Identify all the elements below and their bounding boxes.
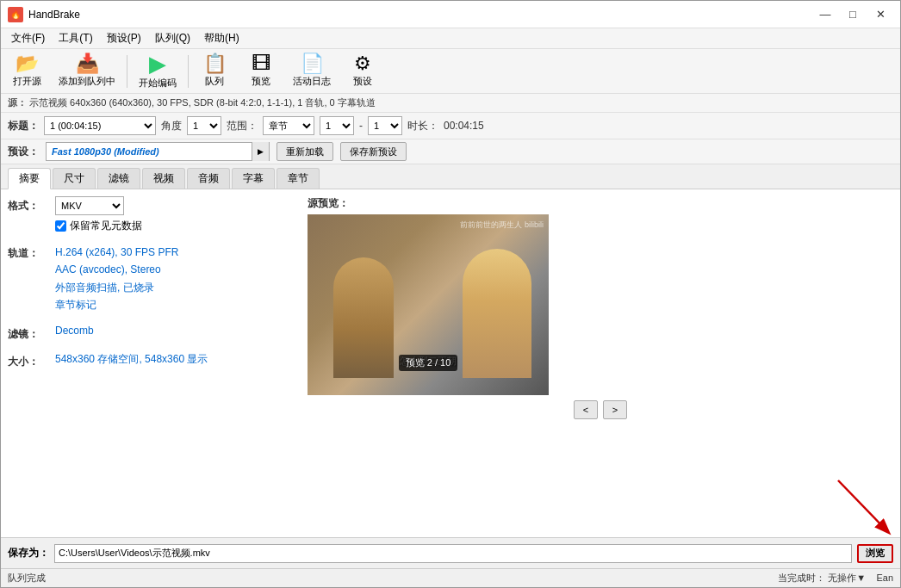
right-panel: 源预览： 预览 2 / 10 < > — [308, 196, 893, 530]
preview-prev-button[interactable]: < — [574, 400, 598, 419]
angle-select[interactable]: 1 — [187, 116, 221, 135]
status-left: 队列完成 — [8, 572, 46, 585]
activity-icon: 📄 — [301, 54, 324, 73]
toolbar-divider-1 — [127, 55, 127, 88]
preview-image: 预览 2 / 10 — [308, 214, 549, 395]
maximize-button[interactable]: □ — [840, 3, 866, 27]
tab-content-summary: 格式： MKV 保留常见元数据 — [1, 189, 900, 537]
preset-settings-button[interactable]: ⚙ 预设 — [340, 52, 385, 91]
track-1: H.264 (x264), 30 FPS PFR — [55, 244, 301, 261]
output-path-input[interactable] — [54, 544, 852, 563]
filters-value: Decomb — [55, 325, 94, 337]
duration-value: 00:04:15 — [444, 120, 484, 132]
menu-file[interactable]: 文件(F) — [4, 29, 52, 48]
format-label: 格式： — [8, 196, 55, 233]
save-preset-button[interactable]: 保存新预设 — [340, 142, 407, 161]
size-row: 大小： 548x360 存储空间, 548x360 显示 — [8, 352, 301, 369]
toolbar: 📂 打开源 📥 添加到队列中 ▶ 开始编码 📋 队列 🎞 预览 📄 活动日志 ⚙… — [1, 49, 900, 94]
window-title: HandBrake — [28, 9, 812, 21]
toolbar-divider-2 — [188, 55, 189, 88]
track-4: 章节标记 — [55, 296, 301, 313]
window-controls: — □ ✕ — [812, 3, 893, 27]
preview-label: 源预览： — [308, 196, 893, 211]
source-value: 示范视频 640x360 (640x360), 30 FPS, SDR (8-b… — [29, 97, 376, 108]
reload-preset-button[interactable]: 重新加载 — [277, 142, 333, 161]
activity-log-button[interactable]: 📄 活动日志 — [285, 52, 339, 91]
menu-presets[interactable]: 预设(P) — [100, 29, 148, 48]
tab-filters[interactable]: 滤镜 — [97, 168, 140, 189]
menu-tools[interactable]: 工具(T) — [52, 29, 99, 48]
preset-dropdown-arrow[interactable]: ▶ — [252, 142, 269, 161]
queue-icon: 📋 — [203, 54, 227, 73]
status-right: 当完成时： 无操作▼ Ean — [778, 572, 893, 585]
size-value: 548x360 存储空间, 548x360 显示 — [55, 353, 208, 365]
ean-label: Ean — [876, 573, 893, 583]
start-icon: ▶ — [149, 53, 166, 75]
close-button[interactable]: ✕ — [867, 3, 893, 27]
tab-audio[interactable]: 音频 — [187, 168, 230, 189]
save-label: 保存为： — [8, 546, 49, 560]
preview-next-button[interactable]: > — [603, 400, 627, 419]
menu-queue[interactable]: 队列(Q) — [148, 29, 197, 48]
tabs-row: 摘要 尺寸 滤镜 视频 音频 字幕 章节 — [1, 164, 900, 189]
preview-button[interactable]: 🎞 预览 — [239, 52, 283, 91]
queue-button[interactable]: 📋 队列 — [192, 52, 237, 91]
browse-button[interactable]: 浏览 — [857, 544, 893, 563]
menu-bar: 文件(F) 工具(T) 预设(P) 队列(Q) 帮助(H) — [1, 28, 900, 49]
track-3: 外部音频扫描, 已烧录 — [55, 279, 301, 296]
title-bar: 🔥 HandBrake — □ ✕ — [1, 1, 900, 28]
preview-counter-overlay: 预览 2 / 10 — [308, 355, 549, 371]
status-bar: 队列完成 当完成时： 无操作▼ Ean — [1, 568, 900, 587]
start-encode-button[interactable]: ▶ 开始编码 — [131, 52, 184, 91]
tab-dimensions[interactable]: 尺寸 — [53, 168, 96, 189]
size-label: 大小： — [8, 352, 55, 369]
complete-action: 无操作▼ — [828, 573, 866, 583]
filters-label: 滤镜： — [8, 325, 55, 342]
minimize-button[interactable]: — — [812, 3, 838, 27]
preset-label: 预设： — [8, 145, 39, 159]
duration-label: 时长： — [407, 119, 438, 133]
angle-label: 角度 — [161, 119, 182, 133]
range-label: 范围： — [227, 119, 258, 133]
range-start-select[interactable]: 1 — [320, 116, 354, 135]
main-window: 🔥 HandBrake — □ ✕ 文件(F) 工具(T) 预设(P) 队列(Q… — [0, 0, 901, 588]
preset-icon: ⚙ — [354, 54, 371, 73]
title-select[interactable]: 1 (00:04:15) — [44, 116, 156, 135]
left-panel: 格式： MKV 保留常见元数据 — [8, 196, 301, 530]
range-type-select[interactable]: 章节 — [263, 116, 314, 135]
range-end-select[interactable]: 1 — [368, 116, 402, 135]
open-source-button[interactable]: 📂 打开源 — [4, 52, 49, 91]
preview-icon: 🎞 — [252, 54, 270, 73]
tab-chapters[interactable]: 章节 — [277, 168, 320, 189]
preview-counter: 预览 2 / 10 — [399, 355, 458, 371]
tab-subtitles[interactable]: 字幕 — [232, 168, 275, 189]
add-queue-icon: 📥 — [76, 54, 99, 73]
save-bar: 保存为： 浏览 — [1, 537, 900, 568]
source-info-bar: 源： 示范视频 640x360 (640x360), 30 FPS, SDR (… — [1, 94, 900, 113]
tracks-label: 轨道： — [8, 244, 55, 314]
format-select-row: MKV — [55, 196, 301, 215]
add-to-queue-button[interactable]: 📥 添加到队列中 — [51, 52, 123, 91]
size-content: 548x360 存储空间, 548x360 显示 — [55, 352, 301, 369]
tracks-row: 轨道： H.264 (x264), 30 FPS PFR AAC (avcode… — [8, 244, 301, 314]
tracks-content: H.264 (x264), 30 FPS PFR AAC (avcodec), … — [55, 244, 301, 314]
preset-value: Fast 1080p30 (Modified) — [47, 146, 252, 157]
source-label: 源： — [8, 97, 27, 108]
title-label: 标题： — [8, 119, 39, 133]
preset-selector[interactable]: Fast 1080p30 (Modified) ▶ — [46, 142, 270, 161]
format-select[interactable]: MKV — [55, 196, 124, 215]
complete-label: 当完成时： — [778, 573, 825, 583]
format-content: MKV 保留常见元数据 — [55, 196, 301, 233]
tab-summary[interactable]: 摘要 — [8, 168, 51, 189]
track-2: AAC (avcodec), Stereo — [55, 261, 301, 278]
range-dash: - — [359, 120, 363, 132]
preview-nav: < > — [308, 400, 893, 419]
preserve-meta-checkbox[interactable] — [55, 220, 66, 232]
menu-help[interactable]: 帮助(H) — [197, 29, 246, 48]
open-icon: 📂 — [16, 54, 39, 73]
preset-row: 预设： Fast 1080p30 (Modified) ▶ 重新加载 保存新预设 — [1, 139, 900, 164]
preserve-meta-label: 保留常见元数据 — [70, 219, 142, 233]
title-controls-row: 标题： 1 (00:04:15) 角度 1 范围： 章节 1 - 1 时长： 0… — [1, 113, 900, 139]
main-area: 摘要 尺寸 滤镜 视频 音频 字幕 章节 格式： MKV — [1, 164, 900, 537]
tab-video[interactable]: 视频 — [142, 168, 185, 189]
